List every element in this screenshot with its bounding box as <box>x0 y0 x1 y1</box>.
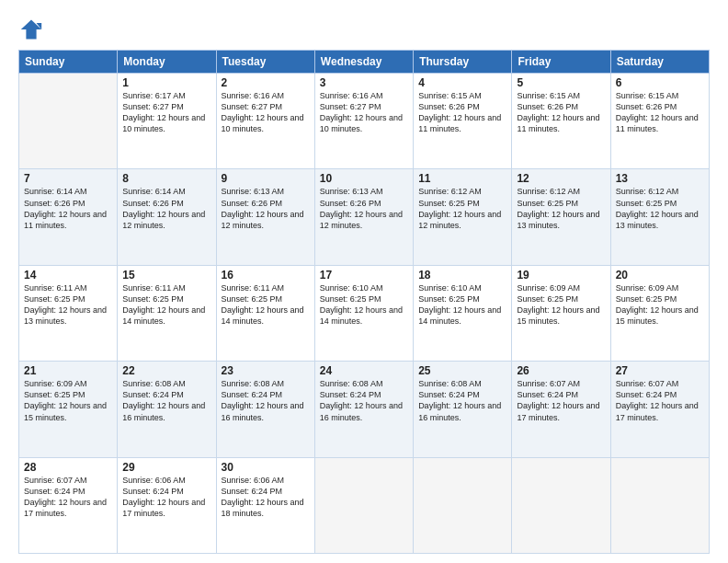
calendar-cell: 14Sunrise: 6:11 AMSunset: 6:25 PMDayligh… <box>19 265 118 361</box>
logo-icon <box>18 17 44 42</box>
daylight-label: Daylight: 12 hours and 13 minutes. <box>616 210 699 230</box>
sunrise-label: Sunrise: 6:09 AM <box>24 379 87 388</box>
sunrise-label: Sunrise: 6:08 AM <box>222 379 285 388</box>
weekday-header-saturday: Saturday <box>610 51 709 74</box>
day-info: Sunrise: 6:07 AMSunset: 6:24 PMDaylight:… <box>517 378 605 423</box>
day-info: Sunrise: 6:08 AMSunset: 6:24 PMDaylight:… <box>222 378 310 423</box>
sunset-label: Sunset: 6:25 PM <box>24 390 85 399</box>
day-number: 29 <box>122 461 210 474</box>
sunrise-label: Sunrise: 6:16 AM <box>320 91 383 100</box>
sunset-label: Sunset: 6:26 PM <box>320 199 381 208</box>
weekday-header-thursday: Thursday <box>414 51 512 74</box>
day-number: 20 <box>616 269 704 282</box>
calendar-cell: 22Sunrise: 6:08 AMSunset: 6:24 PMDayligh… <box>118 362 216 457</box>
sunset-label: Sunset: 6:26 PM <box>222 199 283 208</box>
calendar-week-row: 7Sunrise: 6:14 AMSunset: 6:26 PMDaylight… <box>19 169 710 265</box>
sunset-label: Sunset: 6:25 PM <box>418 199 480 208</box>
day-number: 12 <box>517 172 605 185</box>
day-info: Sunrise: 6:09 AMSunset: 6:25 PMDaylight:… <box>24 378 112 423</box>
day-number: 5 <box>517 76 605 89</box>
daylight-label: Daylight: 12 hours and 18 minutes. <box>222 498 304 518</box>
daylight-label: Daylight: 12 hours and 12 minutes. <box>222 210 304 230</box>
sunrise-label: Sunrise: 6:06 AM <box>122 476 186 485</box>
day-info: Sunrise: 6:17 AMSunset: 6:27 PMDaylight:… <box>122 90 210 135</box>
day-info: Sunrise: 6:08 AMSunset: 6:24 PMDaylight:… <box>122 378 210 423</box>
day-number: 28 <box>24 461 112 474</box>
day-info: Sunrise: 6:06 AMSunset: 6:24 PMDaylight:… <box>122 475 210 520</box>
daylight-label: Daylight: 12 hours and 17 minutes. <box>616 401 699 421</box>
calendar-cell: 9Sunrise: 6:13 AMSunset: 6:26 PMDaylight… <box>216 169 314 265</box>
calendar-cell: 26Sunrise: 6:07 AMSunset: 6:24 PMDayligh… <box>512 362 610 457</box>
sunset-label: Sunset: 6:24 PM <box>122 487 184 496</box>
day-number: 6 <box>616 76 704 89</box>
day-number: 18 <box>418 269 506 282</box>
day-number: 11 <box>418 172 506 185</box>
day-number: 3 <box>320 76 408 89</box>
calendar-cell: 30Sunrise: 6:06 AMSunset: 6:24 PMDayligh… <box>216 457 314 553</box>
day-number: 13 <box>616 172 704 185</box>
day-info: Sunrise: 6:09 AMSunset: 6:25 PMDaylight:… <box>616 282 704 327</box>
calendar-cell: 18Sunrise: 6:10 AMSunset: 6:25 PMDayligh… <box>414 265 512 361</box>
day-info: Sunrise: 6:15 AMSunset: 6:26 PMDaylight:… <box>418 90 506 135</box>
daylight-label: Daylight: 12 hours and 17 minutes. <box>517 401 599 421</box>
day-number: 30 <box>222 461 310 474</box>
calendar-cell: 5Sunrise: 6:15 AMSunset: 6:26 PMDaylight… <box>512 74 610 169</box>
day-number: 23 <box>222 364 310 377</box>
day-info: Sunrise: 6:11 AMSunset: 6:25 PMDaylight:… <box>24 282 112 327</box>
sunrise-label: Sunrise: 6:15 AM <box>517 91 580 100</box>
day-info: Sunrise: 6:08 AMSunset: 6:24 PMDaylight:… <box>418 378 506 423</box>
daylight-label: Daylight: 12 hours and 17 minutes. <box>24 498 107 518</box>
sunrise-label: Sunrise: 6:06 AM <box>222 476 285 485</box>
sunset-label: Sunset: 6:27 PM <box>320 102 381 111</box>
sunset-label: Sunset: 6:25 PM <box>122 294 184 304</box>
sunrise-label: Sunrise: 6:13 AM <box>222 187 285 196</box>
sunrise-label: Sunrise: 6:08 AM <box>320 379 383 388</box>
daylight-label: Daylight: 12 hours and 11 minutes. <box>24 210 107 230</box>
daylight-label: Daylight: 12 hours and 16 minutes. <box>122 401 205 421</box>
day-number: 16 <box>222 269 310 282</box>
calendar-cell: 6Sunrise: 6:15 AMSunset: 6:26 PMDaylight… <box>610 74 709 169</box>
sunrise-label: Sunrise: 6:08 AM <box>122 379 186 388</box>
header <box>18 17 710 42</box>
day-info: Sunrise: 6:12 AMSunset: 6:25 PMDaylight:… <box>517 186 605 231</box>
daylight-label: Daylight: 12 hours and 15 minutes. <box>24 401 107 421</box>
calendar-cell: 19Sunrise: 6:09 AMSunset: 6:25 PMDayligh… <box>512 265 610 361</box>
day-info: Sunrise: 6:07 AMSunset: 6:24 PMDaylight:… <box>616 378 704 423</box>
calendar-cell <box>610 457 709 553</box>
daylight-label: Daylight: 12 hours and 14 minutes. <box>320 305 403 326</box>
daylight-label: Daylight: 12 hours and 14 minutes. <box>222 305 304 326</box>
calendar-cell: 15Sunrise: 6:11 AMSunset: 6:25 PMDayligh… <box>118 265 216 361</box>
calendar-cell: 10Sunrise: 6:13 AMSunset: 6:26 PMDayligh… <box>314 169 413 265</box>
weekday-header-wednesday: Wednesday <box>314 51 413 74</box>
sunrise-label: Sunrise: 6:12 AM <box>418 187 482 196</box>
sunrise-label: Sunrise: 6:10 AM <box>320 283 383 293</box>
sunset-label: Sunset: 6:25 PM <box>418 294 480 304</box>
svg-marker-0 <box>21 20 41 40</box>
sunset-label: Sunset: 6:27 PM <box>122 102 184 111</box>
sunrise-label: Sunrise: 6:14 AM <box>122 187 186 196</box>
weekday-header-tuesday: Tuesday <box>216 51 314 74</box>
calendar-cell: 20Sunrise: 6:09 AMSunset: 6:25 PMDayligh… <box>610 265 709 361</box>
daylight-label: Daylight: 12 hours and 16 minutes. <box>320 401 403 421</box>
daylight-label: Daylight: 12 hours and 11 minutes. <box>418 113 501 133</box>
daylight-label: Daylight: 12 hours and 16 minutes. <box>222 401 304 421</box>
day-number: 1 <box>122 76 210 89</box>
day-info: Sunrise: 6:12 AMSunset: 6:25 PMDaylight:… <box>616 186 704 231</box>
day-number: 2 <box>222 76 310 89</box>
calendar-cell <box>512 457 610 553</box>
calendar-cell: 7Sunrise: 6:14 AMSunset: 6:26 PMDaylight… <box>19 169 118 265</box>
calendar-cell: 3Sunrise: 6:16 AMSunset: 6:27 PMDaylight… <box>314 74 413 169</box>
sunrise-label: Sunrise: 6:15 AM <box>418 91 482 100</box>
day-number: 4 <box>418 76 506 89</box>
day-number: 17 <box>320 269 408 282</box>
daylight-label: Daylight: 12 hours and 12 minutes. <box>320 210 403 230</box>
sunset-label: Sunset: 6:27 PM <box>222 102 283 111</box>
calendar-week-row: 14Sunrise: 6:11 AMSunset: 6:25 PMDayligh… <box>19 265 710 361</box>
day-info: Sunrise: 6:11 AMSunset: 6:25 PMDaylight:… <box>122 282 210 327</box>
calendar-cell: 16Sunrise: 6:11 AMSunset: 6:25 PMDayligh… <box>216 265 314 361</box>
sunset-label: Sunset: 6:26 PM <box>616 102 677 111</box>
daylight-label: Daylight: 12 hours and 10 minutes. <box>222 113 304 133</box>
sunset-label: Sunset: 6:26 PM <box>122 199 184 208</box>
day-info: Sunrise: 6:10 AMSunset: 6:25 PMDaylight:… <box>320 282 408 327</box>
sunrise-label: Sunrise: 6:07 AM <box>24 476 87 485</box>
